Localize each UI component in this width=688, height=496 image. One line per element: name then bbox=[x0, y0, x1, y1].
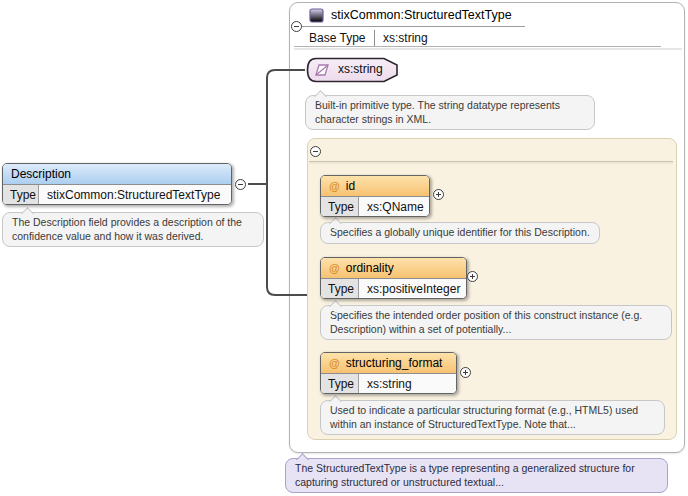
expand-icon[interactable] bbox=[433, 189, 444, 200]
type-value: xs:string bbox=[359, 374, 420, 393]
type-label: Type bbox=[321, 374, 359, 393]
at-icon: @ bbox=[329, 357, 340, 369]
type-title[interactable]: stixCommon:StructuredTextType bbox=[331, 7, 512, 24]
expand-icon[interactable] bbox=[467, 271, 478, 282]
element-name: Description bbox=[11, 167, 71, 181]
attribute-box-ordinality[interactable]: @ ordinality Type xs:positiveInteger bbox=[320, 257, 467, 299]
badge-label: xs:string bbox=[338, 62, 383, 76]
minus-glyph bbox=[238, 184, 243, 185]
collapse-icon[interactable] bbox=[235, 179, 246, 190]
title-divider bbox=[302, 26, 525, 27]
attribute-name: structuring_format bbox=[346, 356, 443, 370]
header-divider-shadow bbox=[294, 48, 682, 50]
minus-glyph bbox=[294, 26, 299, 27]
at-icon: @ bbox=[329, 180, 340, 192]
type-label: Type bbox=[321, 279, 359, 298]
type-doc-tooltip: The StructuredTextType is a type represe… bbox=[285, 458, 668, 493]
type-label: Type bbox=[321, 197, 359, 216]
type-value: xs:positiveInteger bbox=[359, 279, 467, 298]
schema-diagram: stixCommon:StructuredTextType Base Type … bbox=[0, 0, 688, 496]
base-type-doc: Built-in primitive type. The string data… bbox=[305, 95, 595, 130]
element-doc-description: The Description field provides a descrip… bbox=[2, 212, 264, 247]
minus-glyph bbox=[313, 151, 318, 152]
attribute-box-id[interactable]: @ id Type xs:QName bbox=[320, 175, 430, 217]
base-type-label: Base Type bbox=[309, 31, 365, 46]
header-divider bbox=[294, 46, 661, 47]
attribute-name: ordinality bbox=[346, 261, 394, 275]
base-type-badge[interactable]: xs:string bbox=[305, 57, 399, 83]
base-type-separator bbox=[374, 30, 375, 46]
attribute-doc-structuring-format: Used to indicate a particular structurin… bbox=[320, 400, 665, 435]
attribute-box-structuring-format[interactable]: @ structuring_format Type xs:string bbox=[320, 352, 457, 394]
type-value: stixCommon:StructuredTextType bbox=[39, 185, 228, 204]
element-box-description[interactable]: Description Type stixCommon:StructuredTe… bbox=[2, 163, 232, 205]
attribute-name: id bbox=[346, 179, 355, 193]
type-value: xs:QName bbox=[359, 197, 430, 216]
type-label: Type bbox=[3, 185, 39, 204]
collapse-icon[interactable] bbox=[310, 146, 321, 157]
complex-type-icon bbox=[309, 8, 324, 23]
expand-icon[interactable] bbox=[460, 367, 471, 378]
attribute-doc-id: Specifies a globally unique identifier f… bbox=[320, 222, 600, 244]
collapse-icon[interactable] bbox=[291, 21, 302, 32]
at-icon: @ bbox=[329, 262, 340, 274]
attributes-divider-shadow bbox=[309, 162, 673, 164]
attribute-doc-ordinality: Specifies the intended order position of… bbox=[320, 305, 672, 340]
base-type-value: xs:string bbox=[383, 31, 428, 46]
